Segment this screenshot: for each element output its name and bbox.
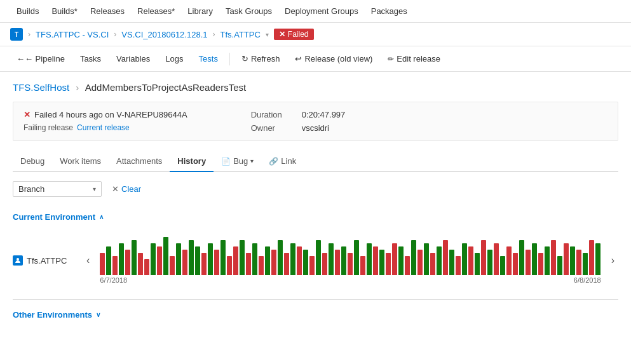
sub-tab-container: Debug Work items Attachments History 📄 B… xyxy=(13,151,618,172)
filter-row: Branch ▾ ✕ Clear xyxy=(13,181,618,197)
tab-bug-button[interactable]: 📄 Bug ▾ xyxy=(214,151,261,171)
breadcrumb-item-release[interactable]: Tfs.ATTPC xyxy=(221,30,261,39)
bar-green xyxy=(163,237,168,275)
history-bar-chart xyxy=(100,237,600,275)
tab-attachments[interactable]: Attachments xyxy=(109,151,170,172)
refresh-icon: ↻ xyxy=(241,54,248,64)
bar-red xyxy=(271,250,276,275)
failed-status-badge: ✕ Failed xyxy=(274,29,314,40)
fail-icon: ✕ xyxy=(24,110,31,119)
tab-debug[interactable]: Debug xyxy=(13,151,52,172)
env-name-label: Tfs.ATTPC xyxy=(27,256,67,266)
tasks-label: Tasks xyxy=(80,54,101,64)
other-env-chevron-icon: ∨ xyxy=(96,311,100,318)
branch-dropdown[interactable]: Branch ▾ xyxy=(13,181,102,197)
other-environments-header[interactable]: Other Environments ∨ xyxy=(13,307,618,322)
current-env-chevron-icon: ∧ xyxy=(99,213,104,220)
bar-green xyxy=(379,250,384,275)
bar-red xyxy=(417,250,423,275)
bar-red xyxy=(335,250,340,275)
other-env-label: Other Environments xyxy=(13,310,92,320)
bar-green xyxy=(195,246,200,275)
env-release-icon xyxy=(13,255,23,266)
bar-green xyxy=(545,246,550,275)
nav-item-library[interactable]: Library xyxy=(181,0,219,23)
nav-item-builds[interactable]: Builds xyxy=(10,0,45,23)
edit-icon: ✏ xyxy=(388,55,394,64)
failed-x-icon: ✕ xyxy=(279,30,285,39)
nav-item-builds-star[interactable]: Builds* xyxy=(45,0,83,23)
current-release-link[interactable]: Current release xyxy=(77,123,130,132)
duration-value: 0:20:47.997 xyxy=(302,110,346,119)
failed-line: ✕ Failed 4 hours ago on V-NAREPU89644A xyxy=(24,110,187,119)
breadcrumb-item-org[interactable]: TFS.ATTPC - VS.CI xyxy=(36,30,109,39)
bar-red xyxy=(589,240,594,275)
tasks-button[interactable]: Tasks xyxy=(74,51,107,66)
bar-red xyxy=(430,253,435,275)
bar-green xyxy=(595,243,600,275)
nav-item-releases-star[interactable]: Releases* xyxy=(131,0,181,23)
bar-green xyxy=(252,243,257,275)
pipeline-button[interactable]: ← ← Pipeline xyxy=(10,51,71,66)
bar-green xyxy=(290,243,295,275)
chart-next-button[interactable]: › xyxy=(607,252,618,269)
bar-red xyxy=(259,256,264,275)
tab-bug-label: Bug xyxy=(233,156,248,166)
failed-label: Failed xyxy=(288,30,309,39)
org-logo: T xyxy=(10,28,23,41)
bar-red xyxy=(246,253,251,275)
tab-link-button[interactable]: 🔗 Link xyxy=(261,151,304,171)
bar-green xyxy=(475,253,480,275)
bar-green xyxy=(437,246,442,275)
bar-red xyxy=(456,256,461,275)
owner-value: vscsidri xyxy=(302,123,329,133)
old-view-label: Release (old view) xyxy=(304,54,372,64)
clear-button[interactable]: ✕ Clear xyxy=(108,182,145,196)
bar-red xyxy=(405,256,410,275)
bar-red xyxy=(227,256,232,275)
refresh-button[interactable]: ↻ Refresh xyxy=(235,51,287,66)
bar-green xyxy=(189,240,194,275)
bar-green xyxy=(570,246,575,275)
suite-link[interactable]: TFS.SelfHost xyxy=(13,82,69,93)
tab-debug-label: Debug xyxy=(20,156,44,166)
bar-red xyxy=(506,246,512,275)
breadcrumb-item-build[interactable]: VS.CI_20180612.128.1 xyxy=(121,30,207,39)
bar-green xyxy=(398,246,404,275)
nav-item-task-groups[interactable]: Task Groups xyxy=(219,0,278,23)
bar-red xyxy=(233,246,238,275)
variables-label: Variables xyxy=(116,54,150,64)
branch-label: Branch xyxy=(18,184,89,194)
bar-green xyxy=(449,250,454,275)
link-icon: 🔗 xyxy=(269,157,278,166)
breadcrumb-sep-2: › xyxy=(114,30,116,39)
nav-item-packages[interactable]: Packages xyxy=(365,0,414,23)
status-section: ✕ Failed 4 hours ago on V-NAREPU89644A F… xyxy=(13,102,618,141)
tab-history[interactable]: History xyxy=(170,151,214,172)
old-view-button[interactable]: ↩ Release (old view) xyxy=(288,51,379,66)
release-chevron: ▾ xyxy=(266,31,269,38)
bar-red xyxy=(144,259,149,275)
chart-prev-button[interactable]: ‹ xyxy=(83,252,93,269)
back-arrow-icon: ← xyxy=(17,54,25,64)
bar-red xyxy=(551,240,556,275)
tab-attachments-label: Attachments xyxy=(116,156,162,166)
bar-green xyxy=(208,243,213,275)
nav-item-deployment-groups[interactable]: Deployment Groups xyxy=(278,0,365,23)
variables-button[interactable]: Variables xyxy=(110,51,156,66)
svg-point-0 xyxy=(17,258,19,260)
bar-green xyxy=(132,240,137,275)
edit-release-button[interactable]: ✏ Edit release xyxy=(381,51,447,66)
bar-red xyxy=(322,253,327,275)
current-environment-section: Current Environment ∧ Tfs.ATTPC ‹ 6/7/20… xyxy=(13,210,618,289)
logs-label: Logs xyxy=(165,54,183,64)
logs-button[interactable]: Logs xyxy=(159,51,189,66)
current-environment-header[interactable]: Current Environment ∧ xyxy=(13,210,618,224)
nav-item-releases[interactable]: Releases xyxy=(84,0,131,23)
tests-button[interactable]: Tests xyxy=(193,51,224,66)
bar-red xyxy=(309,256,315,275)
bar-red xyxy=(170,256,175,275)
owner-item: Owner vscsidri xyxy=(251,123,346,133)
tab-work-items[interactable]: Work items xyxy=(52,151,109,172)
bar-green xyxy=(119,243,124,275)
